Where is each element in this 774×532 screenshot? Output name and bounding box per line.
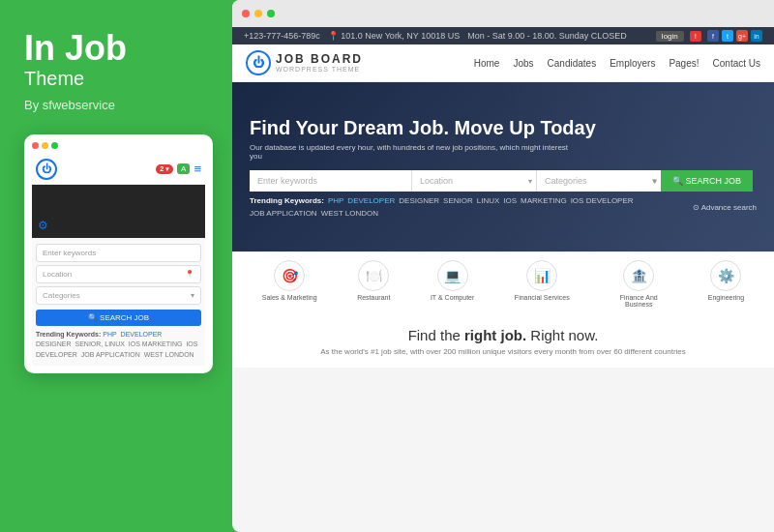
engineering-icon: ⚙️ (710, 260, 741, 291)
financial-services-icon: 📊 (526, 260, 557, 291)
mobile-dot-yellow (42, 142, 48, 149)
trending-bar: Trending Keywords: PHP DEVELOPER DESIGNE… (250, 196, 683, 218)
cat-sales-marketing[interactable]: 🎯 Sales & Marketing (262, 260, 317, 308)
mobile-nav: ⏻ 2 ▾ A ≡ (32, 155, 205, 185)
mobile-trending: Trending Keywords: PHP DEVELOPER DESIGNE… (36, 330, 201, 361)
brand-title: In Job (24, 29, 213, 68)
twitter-icon[interactable]: t (722, 30, 733, 42)
left-panel: In Job Theme By sfwebservice ⏻ 2 ▾ A ≡ ⚙… (0, 0, 232, 532)
browser-bar (232, 0, 774, 27)
mobile-search-area: Enter keywords Location 📍 Categories ▾ 🔍… (32, 238, 205, 367)
bottom-title: Find the right job. Right now. (408, 327, 599, 343)
advance-search-link[interactable]: ⊙ Advance search (693, 203, 757, 212)
google-plus-icon[interactable]: g+ (736, 30, 748, 42)
cat-finance-business[interactable]: 🏦 Finance And Business (610, 260, 668, 308)
mobile-keywords-input[interactable]: Enter keywords (36, 244, 201, 262)
mobile-hero: ⚙ (32, 185, 205, 238)
bottom-subtitle: As the world's #1 job site, with over 20… (320, 347, 686, 356)
hero-section: Find Your Dream Job. Move Up Today Our d… (232, 82, 774, 251)
hamburger-icon: ≡ (194, 162, 201, 176)
phone-number: +123-777-456-789c (244, 31, 320, 41)
gear-icon: ⚙ (38, 219, 48, 232)
mobile-dot-green (51, 142, 58, 149)
mobile-badge: 2 ▾ (156, 164, 173, 174)
hero-title: Find Your Dream Job. Move Up Today (250, 116, 656, 139)
login-button[interactable]: login (656, 31, 684, 42)
search-keywords-input[interactable] (250, 170, 411, 192)
utility-right: login ! f t g+ in (656, 30, 762, 42)
browser-dot-yellow (254, 10, 262, 17)
browser-dot-red (242, 10, 250, 17)
logo-circle: ⏻ (246, 50, 271, 75)
chevron-down-icon: ▾ (191, 291, 194, 300)
desktop-site: +123-777-456-789c 📍 101.0 New York, NY 1… (232, 27, 774, 532)
trending-row: Trending Keywords: PHP DEVELOPER DESIGNE… (250, 196, 757, 218)
utility-left: +123-777-456-789c 📍 101.0 New York, NY 1… (244, 31, 627, 41)
mobile-browser-dots (32, 142, 205, 149)
alert-badge: ! (690, 31, 701, 42)
nav-jobs[interactable]: Jobs (513, 58, 533, 69)
location-pin-icon: 📍 (185, 270, 194, 279)
mobile-nav-icons: 2 ▾ A ≡ (156, 162, 201, 176)
mobile-categories-select[interactable]: Categories ▾ (36, 286, 201, 305)
social-links: f t g+ in (707, 30, 762, 42)
it-computer-icon: 💻 (437, 260, 468, 291)
categories-select-wrap: ▾ (537, 170, 661, 192)
location-select-wrap (412, 170, 536, 192)
search-button[interactable]: 🔍 SEARCH JOB (661, 170, 753, 192)
mobile-green-badge: A (177, 163, 190, 174)
nav-candidates[interactable]: Candidates (548, 58, 597, 69)
mobile-logo: ⏻ (36, 159, 57, 180)
cat-engineering[interactable]: ⚙️ Engineering (708, 260, 744, 308)
categories-strip: 🎯 Sales & Marketing 🍽️ Restaurant 💻 IT &… (232, 251, 774, 315)
nav-contact[interactable]: Contact Us (713, 58, 760, 69)
hours: Mon - Sat 9.00 - 18.00. Sunday CLOSED (467, 31, 627, 41)
brand-subtitle: Theme (24, 68, 213, 90)
bottom-section: Find the right job. Right now. As the wo… (232, 315, 774, 368)
search-location-input[interactable] (412, 170, 536, 192)
right-panel: +123-777-456-789c 📍 101.0 New York, NY 1… (232, 0, 774, 532)
utility-bar: +123-777-456-789c 📍 101.0 New York, NY 1… (232, 27, 774, 44)
mobile-search-button[interactable]: 🔍 SEARCH JOB (36, 310, 201, 326)
nav-employers[interactable]: Employers (610, 58, 655, 69)
cat-it-computer[interactable]: 💻 IT & Computer (431, 260, 474, 308)
browser-dot-green (267, 10, 275, 17)
restaurant-icon: 🍽️ (358, 260, 389, 291)
mobile-mockup: ⏻ 2 ▾ A ≡ ⚙ Enter keywords Location 📍 Ca… (24, 134, 213, 374)
hero-content: Find Your Dream Job. Move Up Today Our d… (250, 116, 757, 218)
search-categories-input[interactable] (537, 170, 661, 192)
main-nav: ⏻ JOB BOARD WORDPRESS THEME Home Jobs Ca… (232, 44, 774, 82)
nav-logo: ⏻ JOB BOARD WORDPRESS THEME (246, 50, 363, 75)
linkedin-icon[interactable]: in (751, 30, 762, 42)
cat-restaurant[interactable]: 🍽️ Restaurant (357, 260, 390, 308)
chevron-down-icon: ▾ (652, 176, 657, 186)
mobile-location-input[interactable]: Location 📍 (36, 265, 201, 283)
brand-author: By sfwebservice (24, 98, 213, 112)
address: 📍 101.0 New York, NY 10018 US (328, 31, 460, 41)
sales-marketing-icon: 🎯 (274, 260, 305, 291)
nav-pages[interactable]: Pages! (669, 58, 699, 69)
cat-financial-services[interactable]: 📊 Financial Services (515, 260, 570, 308)
hero-subtitle: Our database is updated every hour, with… (250, 143, 579, 161)
finance-business-icon: 🏦 (623, 260, 654, 291)
facebook-icon[interactable]: f (707, 30, 719, 42)
nav-home[interactable]: Home (474, 58, 500, 69)
nav-menu: Home Jobs Candidates Employers Pages! Co… (474, 58, 760, 69)
logo-text: JOB BOARD WORDPRESS THEME (276, 53, 363, 74)
search-bar: ▾ 🔍 SEARCH JOB (250, 170, 753, 192)
mobile-dot-red (32, 142, 39, 149)
